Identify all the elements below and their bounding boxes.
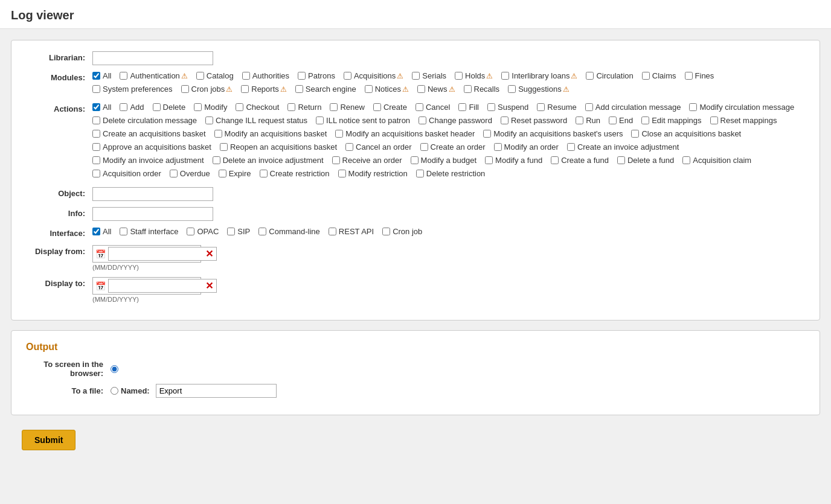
action-checkbox-act-modfund[interactable] [485,156,493,164]
action-checkbox-act-modcircmsg[interactable] [689,103,697,111]
action-label-act-resetpwd[interactable]: Reset password [511,116,567,125]
action-label-act-add[interactable]: Add [130,103,144,112]
librarian-input[interactable] [92,51,213,65]
action-label-act-run[interactable]: Run [586,116,600,125]
action-checkbox-act-createfund[interactable] [551,156,559,164]
object-input[interactable] [92,187,213,201]
action-checkbox-act-overdue[interactable] [170,170,178,177]
action-label-act-all[interactable]: All [103,103,111,112]
action-label-act-delinvadj[interactable]: Delete an invoice adjustment [223,156,324,165]
action-label-act-modorder[interactable]: Modify an order [504,142,559,152]
module-label-mod-search[interactable]: Search engine [306,85,356,94]
module-checkbox-mod-circ[interactable] [586,72,594,80]
action-label-act-fill[interactable]: Fill [469,103,479,112]
action-checkbox-act-modacqbasket[interactable] [214,130,222,138]
module-checkbox-mod-serials[interactable] [412,72,420,80]
action-checkbox-act-resetpwd[interactable] [501,116,509,124]
action-checkbox-act-create[interactable] [373,103,381,111]
interface-label-iface-opac[interactable]: OPAC [197,227,219,236]
action-checkbox-act-modorder[interactable] [494,143,502,151]
action-label-act-resume[interactable]: Resume [547,103,576,112]
action-checkbox-act-cancelorder[interactable] [345,143,353,151]
action-checkbox-act-resetmappings[interactable] [710,116,718,124]
action-checkbox-act-approveacqbasket[interactable] [92,143,100,151]
action-label-act-acqclaim[interactable]: Acquisition claim [693,156,751,165]
action-label-act-expire[interactable]: Expire [229,169,251,178]
action-label-act-editmappings[interactable]: Edit mappings [652,116,701,125]
module-checkbox-mod-search[interactable] [295,85,303,93]
module-label-mod-syspref[interactable]: System preferences [103,85,173,94]
interface-label-iface-sip[interactable]: SIP [237,227,250,236]
action-label-act-end[interactable]: End [619,116,633,125]
action-label-act-cancelorder[interactable]: Cancel an order [356,142,412,152]
action-checkbox-act-expire[interactable] [219,170,226,177]
module-checkbox-mod-recalls[interactable] [464,85,472,93]
action-checkbox-act-addcircmsg[interactable] [585,103,593,111]
action-label-act-createacqbasket[interactable]: Create an acquisitions basket [103,129,206,138]
submit-button[interactable]: Submit [22,430,75,450]
action-label-act-suspend[interactable]: Suspend [498,103,528,112]
named-input[interactable] [156,384,277,398]
action-label-act-createrestriction[interactable]: Create restriction [270,169,330,178]
action-checkbox-act-cancel[interactable] [416,103,423,111]
display-to-clear-button[interactable]: ✕ [204,280,215,292]
action-label-act-changereqstatus[interactable]: Change ILL request status [216,116,307,125]
module-checkbox-mod-catalog[interactable] [196,72,204,80]
action-label-act-modbudget[interactable]: Modify a budget [421,156,477,165]
action-checkbox-act-illnotice[interactable] [316,116,324,124]
interface-checkbox-iface-all[interactable] [92,228,100,235]
interface-label-iface-all[interactable]: All [103,227,111,236]
module-label-mod-auth[interactable]: Authentication [130,71,179,80]
module-checkbox-mod-cronjobs[interactable] [181,85,189,93]
action-checkbox-act-end[interactable] [609,116,617,124]
action-label-act-reopenacqbasket[interactable]: Reopen an acquisitions basket [230,142,337,152]
action-checkbox-act-return[interactable] [287,103,295,111]
interface-checkbox-iface-staff[interactable] [120,228,127,235]
display-from-clear-button[interactable]: ✕ [204,248,215,260]
action-checkbox-act-createinvadj[interactable] [567,143,575,151]
action-checkbox-act-createorder[interactable] [420,143,428,151]
action-label-act-changepwd[interactable]: Change password [429,116,492,125]
module-label-mod-fines[interactable]: Fines [695,71,714,80]
action-checkbox-act-modinvadj[interactable] [92,156,100,164]
action-checkbox-act-changepwd[interactable] [419,116,426,124]
action-checkbox-act-all[interactable] [92,103,100,111]
action-label-act-modcircmsg[interactable]: Modify circulation message [699,103,794,112]
file-radio[interactable] [111,387,118,395]
display-from-input[interactable] [108,247,217,261]
module-checkbox-mod-ill[interactable] [501,72,509,80]
interface-checkbox-iface-opac[interactable] [187,228,194,235]
action-label-act-cancel[interactable]: Cancel [426,103,450,112]
action-label-act-resetmappings[interactable]: Reset mappings [720,116,777,125]
action-label-act-modfund[interactable]: Modify a fund [495,156,542,165]
action-label-act-modrestriction[interactable]: Modify restriction [348,169,408,178]
module-checkbox-mod-reports[interactable] [241,85,249,93]
interface-checkbox-iface-cmdline[interactable] [258,228,266,235]
interface-checkbox-iface-sip[interactable] [227,228,235,235]
module-checkbox-mod-notices[interactable] [365,85,373,93]
action-checkbox-act-renew[interactable] [330,103,338,111]
module-checkbox-mod-claims[interactable] [642,72,650,80]
action-label-act-modify[interactable]: Modify [204,103,227,112]
action-label-act-modacqbasket[interactable]: Modify an acquisitions basket [225,129,327,138]
action-label-act-addcircmsg[interactable]: Add circulation message [595,103,681,112]
action-checkbox-act-modacqbasketusers[interactable] [483,130,491,138]
module-checkbox-mod-syspref[interactable] [92,85,100,93]
action-checkbox-act-modrestriction[interactable] [338,170,346,177]
module-checkbox-mod-auth[interactable] [120,72,127,80]
info-input[interactable] [92,207,213,221]
module-label-mod-authorities[interactable]: Authorities [252,71,289,80]
module-checkbox-mod-fines[interactable] [685,72,693,80]
module-label-mod-news[interactable]: News [428,85,448,94]
module-checkbox-mod-all[interactable] [92,72,100,80]
action-label-act-approveacqbasket[interactable]: Approve an acquisitions basket [103,142,211,152]
module-checkbox-mod-suggestions[interactable] [508,85,516,93]
action-label-act-createinvadj[interactable]: Create an invoice adjustment [577,142,679,152]
action-checkbox-act-createrestriction[interactable] [260,170,268,177]
action-checkbox-act-acqorder[interactable] [92,170,100,177]
action-label-act-modacqbasketusers[interactable]: Modify an acquisitions basket's users [493,129,623,138]
action-checkbox-act-add[interactable] [120,103,127,111]
action-label-act-modinvadj[interactable]: Modify an invoice adjustment [103,156,204,165]
module-checkbox-mod-patrons[interactable] [298,72,306,80]
module-label-mod-reports[interactable]: Reports [251,85,279,94]
